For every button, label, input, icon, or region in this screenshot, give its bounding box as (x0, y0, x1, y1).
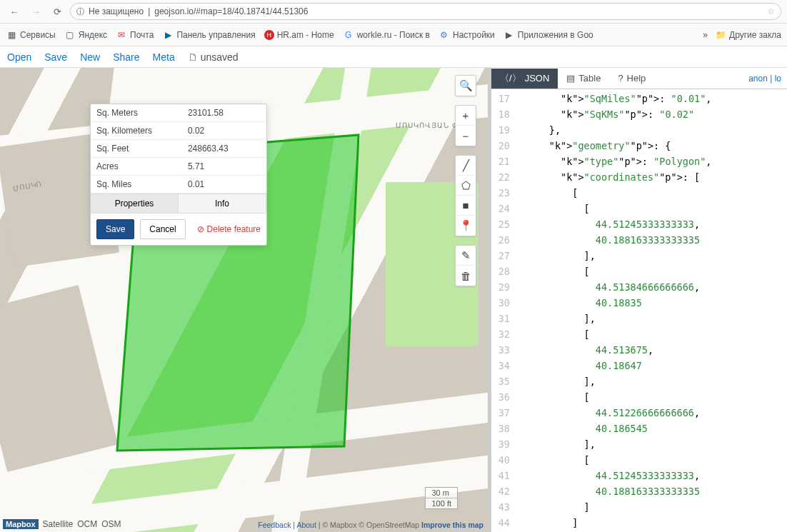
trash-icon: 🗑 (461, 270, 471, 282)
table-row: Sq. Kilometers0.02 (91, 122, 266, 140)
map-pane[interactable]: ՄՈՍԿՈ ՄՈՍԿՈՎՅԱՆ Փ Sq. Meters23101.58 Sq.… (0, 68, 488, 532)
tab-json[interactable]: 〈/〉JSON (491, 69, 558, 89)
page-url: geojson.io/#map=18/40.18741/44.51306 (154, 6, 308, 16)
user-anon[interactable]: anon (748, 74, 768, 84)
draw-rectangle-button[interactable]: ■ (456, 196, 476, 216)
table-icon: ▤ (566, 73, 575, 84)
scale-control: 30 m 100 ft (425, 487, 458, 509)
edit-button[interactable]: ✎ (456, 246, 476, 266)
bookmark-item[interactable]: ▢Яндекс (64, 29, 107, 41)
bookmarks-bar: ▦Сервисы ▢Яндекс ✉Почта ▶Панель управлен… (0, 24, 787, 46)
attribution-feedback[interactable]: Feedback (258, 521, 291, 529)
file-icon: 🗋 (188, 51, 198, 63)
scale-imperial: 100 ft (426, 498, 457, 508)
bookmark-item[interactable]: ▶Приложения в Goo (503, 29, 593, 41)
bookmark-item[interactable]: HHR.am - Home (264, 30, 334, 40)
attribution-about[interactable]: About (296, 521, 316, 529)
tab-info[interactable]: Info (179, 194, 266, 213)
table-row: Sq. Feet248663.43 (91, 140, 266, 158)
draw-marker-button[interactable]: 📍 (456, 216, 476, 236)
layer-mapbox[interactable]: Mapbox (3, 519, 39, 529)
attribution-mapbox: © Mapbox (322, 521, 356, 529)
scale-metric: 30 m (426, 488, 457, 498)
draw-line-button[interactable]: ╱ (456, 156, 476, 176)
bookmark-star-icon[interactable]: ☆ (767, 6, 775, 16)
layer-switcher: Mapbox Satellite OCM OSM (3, 519, 121, 529)
browser-toolbar: ← → ⟳ ⓘ Не защищено | geojson.io/#map=18… (0, 0, 787, 24)
forward-button[interactable]: → (27, 3, 44, 20)
menu-meta[interactable]: Meta (153, 51, 175, 63)
menu-save[interactable]: Save (44, 51, 67, 63)
apps-button[interactable]: ▦Сервисы (6, 29, 56, 41)
plus-icon: + (463, 109, 469, 121)
marker-icon: 📍 (459, 219, 473, 232)
back-button[interactable]: ← (6, 3, 23, 20)
square-icon: ■ (462, 199, 468, 211)
other-bookmarks[interactable]: 📁Другие закла (715, 29, 781, 41)
bookmark-item[interactable]: ⚙Настройки (438, 29, 495, 41)
attribution-osm: © OpenStreetMap (359, 521, 419, 529)
cancel-button[interactable]: Cancel (140, 219, 185, 239)
reload-button[interactable]: ⟳ (49, 3, 66, 20)
layer-osm[interactable]: OSM (101, 519, 121, 529)
feature-popup: Sq. Meters23101.58 Sq. Kilometers0.02 Sq… (90, 104, 267, 246)
layer-satellite[interactable]: Satellite (43, 519, 74, 529)
app-menu: Open Save New Share Meta 🗋unsaved (0, 46, 787, 68)
code-body[interactable]: "k">"SqMiles""p">: "0.01", "k">"SqKMs""p… (514, 89, 787, 532)
bookmark-item[interactable]: Gworkle.ru - Поиск в (343, 29, 430, 41)
polygon-icon: ⬠ (461, 179, 471, 192)
search-icon: 🔍 (459, 79, 473, 92)
code-editor[interactable]: 1718192021222324252627282930313233343536… (491, 89, 787, 532)
draw-polygon-button[interactable]: ⬠ (456, 176, 476, 196)
code-tabs: 〈/〉JSON ▤Table ?Help anon | lo (491, 68, 787, 89)
line-gutter: 1718192021222324252627282930313233343536… (491, 89, 514, 532)
code-icon: 〈/〉 (500, 72, 521, 85)
save-button[interactable]: Save (96, 219, 134, 239)
area-table: Sq. Meters23101.58 Sq. Kilometers0.02 Sq… (91, 104, 266, 194)
bookmark-item[interactable]: ✉Почта (116, 29, 154, 41)
search-button[interactable]: 🔍 (456, 76, 476, 96)
user-lo[interactable]: lo (775, 74, 781, 84)
table-row: Acres5.71 (91, 158, 266, 176)
security-label: Не защищено (89, 6, 144, 16)
menu-new[interactable]: New (80, 51, 100, 63)
map-attribution: Feedback | About | © Mapbox © OpenStreet… (258, 521, 483, 529)
table-row: Sq. Meters23101.58 (91, 104, 266, 122)
menu-open[interactable]: Open (7, 51, 31, 63)
code-pane: 〈/〉JSON ▤Table ?Help anon | lo 171819202… (491, 68, 787, 532)
help-button[interactable]: ?Help (609, 69, 654, 87)
pencil-icon: ✎ (461, 249, 471, 262)
tab-table[interactable]: ▤Table (558, 69, 609, 87)
street-label: ՄՈՍԿՈՎՅԱՆ Փ (396, 121, 458, 129)
zoom-out-button[interactable]: − (456, 126, 476, 146)
info-icon: ⓘ (76, 6, 84, 17)
attribution-improve[interactable]: Improve this map (421, 521, 483, 529)
address-bar[interactable]: ⓘ Не защищено | geojson.io/#map=18/40.18… (70, 3, 781, 20)
layer-ocm[interactable]: OCM (77, 519, 97, 529)
menu-share[interactable]: Share (113, 51, 139, 63)
bookmarks-overflow[interactable]: » (703, 30, 708, 40)
zoom-in-button[interactable]: + (456, 106, 476, 126)
table-row: Sq. Miles0.01 (91, 176, 266, 194)
question-icon: ? (618, 73, 623, 84)
file-status: 🗋unsaved (188, 51, 239, 63)
delete-button[interactable]: 🗑 (456, 266, 476, 286)
delete-icon: ⊘ (197, 224, 204, 234)
bookmark-item[interactable]: ▶Панель управления (162, 29, 255, 41)
line-icon: ╱ (463, 159, 469, 172)
delete-feature-button[interactable]: ⊘Delete feature (197, 224, 261, 234)
tab-properties[interactable]: Properties (91, 194, 179, 213)
minus-icon: − (463, 130, 469, 142)
